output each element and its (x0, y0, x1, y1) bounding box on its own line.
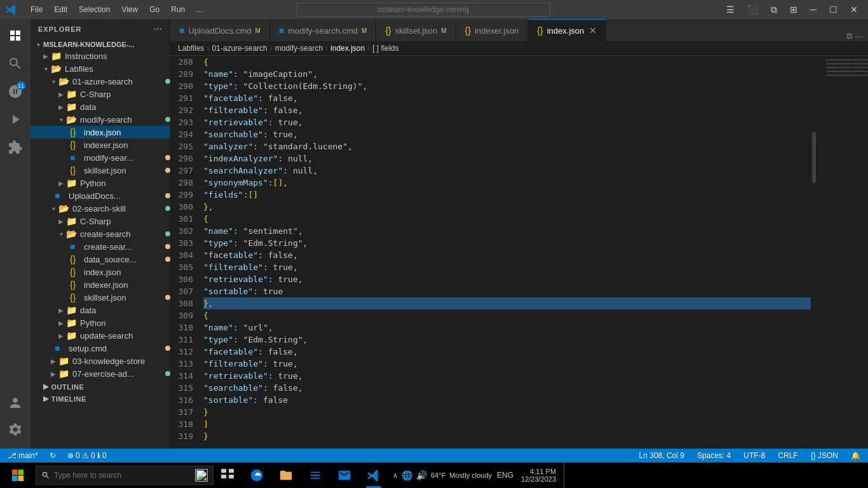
sidebar-item-skillset-json[interactable]: {} skillset.json (31, 164, 170, 177)
code-line-298[interactable]: "synonymMaps": [], (203, 177, 811, 189)
sidebar-item-indexer-json-2[interactable]: {} indexer.json (31, 278, 170, 291)
run-debug-activity-btn[interactable] (3, 107, 28, 132)
title-search-box[interactable] (296, 3, 550, 17)
outline-section[interactable]: ▶ OUTLINE (31, 380, 170, 392)
store-btn[interactable] (301, 463, 329, 488)
code-line-293[interactable]: "retrievable": true, (203, 116, 811, 128)
sidebar-item-setup-cmd[interactable]: ■ setup.cmd (31, 342, 170, 355)
explorer-activity-btn[interactable] (3, 23, 28, 48)
breadcrumb-part-4[interactable]: [ ] fields (372, 44, 398, 53)
taskbar-language[interactable]: ENG (497, 471, 513, 480)
sidebar-item-labfiles[interactable]: ▾ 📂 Labfiles (31, 62, 170, 75)
code-line-312[interactable]: "facetable": false, (203, 346, 811, 358)
new-file-icon[interactable]: ⋯ (153, 24, 163, 34)
sidebar-item-create-sear-cmd[interactable]: ■ create-sear... (31, 240, 170, 253)
sidebar-item-modify-search[interactable]: ▾ 📂 modify-search (31, 113, 170, 126)
search-activity-btn[interactable] (3, 51, 28, 76)
taskview-btn[interactable] (214, 463, 241, 488)
edge-btn[interactable] (243, 463, 271, 488)
code-line-289[interactable]: "name": "imageCaption", (203, 68, 811, 80)
status-errors[interactable]: ⊗ 0 ⚠ 0 ℹ 0 (65, 451, 109, 460)
code-line-290[interactable]: "type": "Collection(Edm.String)", (203, 80, 811, 92)
layout-toggle-btn[interactable]: ☰ (721, 2, 740, 18)
minimize-btn[interactable]: ─ (805, 2, 822, 18)
sidebar-item-root[interactable]: ▾ MSLEARN-KNOWLEDGE-... (31, 39, 170, 50)
sidebar-item-02-search-skill[interactable]: ▾ 📂 02-search-skill (31, 202, 170, 215)
breadcrumb-part-2[interactable]: modify-search (275, 44, 323, 53)
code-line-292[interactable]: "filterable": false, (203, 104, 811, 116)
tab-indexer-json[interactable]: {} indexer.json (456, 19, 529, 41)
breadcrumb-part-1[interactable]: 01-azure-search (212, 44, 267, 53)
code-line-303[interactable]: "type": "Edm.String", (203, 237, 811, 249)
breadcrumb-part-0[interactable]: Labfiles (178, 44, 204, 53)
close-btn[interactable]: ✕ (845, 2, 863, 18)
maximize-btn[interactable]: ☐ (824, 2, 843, 18)
code-line-301[interactable]: { (203, 213, 811, 225)
taskbar-search-input[interactable] (54, 471, 191, 480)
sidebar-item-data-1[interactable]: ▶ 📁 data (31, 100, 170, 113)
account-activity-btn[interactable] (3, 390, 28, 416)
sidebar-item-data-source[interactable]: {} data_source... (31, 253, 170, 266)
code-line-295[interactable]: "analyzer": "standard.lucene", (203, 140, 811, 152)
minimap[interactable]: ████████████████████████████████████████… (817, 56, 868, 449)
code-line-291[interactable]: "facetable": false, (203, 92, 811, 104)
code-line-317[interactable]: } (203, 406, 811, 418)
scrollbar-thumb[interactable] (812, 132, 816, 183)
code-editor[interactable]: { "name": "imageCaption", "type": "Colle… (198, 56, 811, 449)
menu-run[interactable]: Run (166, 4, 190, 15)
status-spaces[interactable]: Spaces: 4 (695, 451, 733, 460)
mail-btn[interactable] (330, 463, 358, 488)
code-line-300[interactable]: }, (203, 201, 811, 213)
volume-icon[interactable]: 🔊 (416, 470, 427, 480)
code-line-304[interactable]: "facetable": false, (203, 249, 811, 261)
code-line-316[interactable]: "sortable": false (203, 394, 811, 406)
vscode-taskbar-btn[interactable] (360, 463, 388, 488)
sidebar-item-index-json-2[interactable]: {} index.json (31, 266, 170, 278)
menu-view[interactable]: View (116, 4, 143, 15)
code-line-315[interactable]: "searchable": false, (203, 382, 811, 394)
code-line-308[interactable]: }, (203, 297, 811, 309)
code-line-309[interactable]: { (203, 309, 811, 322)
code-line-318[interactable]: ] (203, 418, 811, 430)
status-branch[interactable]: ⎇ main* (5, 451, 41, 460)
code-line-305[interactable]: "filterable": true, (203, 261, 811, 273)
panel-toggle-btn[interactable]: ⬛ (742, 2, 763, 18)
status-line-col[interactable]: Ln 308, Col 9 (637, 451, 687, 460)
code-line-302[interactable]: "name": "sentiment", (203, 225, 811, 237)
customize-layout-btn[interactable]: ⊞ (785, 2, 803, 18)
menu-go[interactable]: Go (144, 4, 165, 15)
tab-index-close-btn[interactable]: ✕ (589, 25, 597, 36)
vertical-scrollbar[interactable] (811, 56, 817, 449)
file-explorer-btn[interactable] (272, 463, 300, 488)
code-line-314[interactable]: "retrievable": true, (203, 370, 811, 382)
code-line-306[interactable]: "retrievable": true, (203, 273, 811, 285)
code-line-319[interactable]: } (203, 430, 811, 442)
status-sync[interactable]: ↻ (47, 451, 58, 460)
code-line-288[interactable]: { (203, 56, 811, 68)
sidebar-item-index-json[interactable]: {} index.json (31, 126, 170, 139)
sidebar-item-create-search[interactable]: ▾ 📂 create-search (31, 227, 170, 240)
status-encoding[interactable]: UTF-8 (741, 451, 768, 460)
menu-selection[interactable]: Selection (74, 4, 115, 15)
status-line-ending[interactable]: CRLF (775, 451, 800, 460)
sidebar-item-03-knowledge-store[interactable]: ▶ 📁 03-knowledge-store (31, 355, 170, 367)
tab-uploaddocs-cmd[interactable]: ■ UploadDocs.cmd M (170, 19, 270, 41)
settings-activity-btn[interactable] (3, 417, 28, 442)
sidebar-item-skillset-json-2[interactable]: {} skillset.json (31, 291, 170, 304)
sidebar-item-01-azure-search[interactable]: ▾ 📂 01-azure-search (31, 75, 170, 88)
sidebar-item-indexer-json[interactable]: {} indexer.json (31, 139, 170, 151)
code-line-307[interactable]: "sortable": true (203, 285, 811, 297)
breadcrumb-part-3[interactable]: index.json (330, 44, 365, 53)
sidebar-item-07-exercise[interactable]: ▶ 📁 07-exercise-ad... (31, 367, 170, 380)
sidebar-item-instructions[interactable]: ▶ 📁 Instructions (31, 50, 170, 62)
source-control-activity-btn[interactable]: 11 (3, 79, 28, 104)
tray-chevron-icon[interactable]: ∧ (393, 471, 398, 480)
code-line-310[interactable]: "name": "url", (203, 322, 811, 334)
menu-edit[interactable]: Edit (49, 4, 72, 15)
sidebar-item-python-1[interactable]: ▶ 📁 Python (31, 177, 170, 189)
status-language[interactable]: {} JSON (808, 451, 841, 460)
network-icon[interactable]: 🌐 (402, 470, 412, 480)
code-line-297[interactable]: "searchAnalyzer": null, (203, 165, 811, 177)
tab-modify-search-cmd[interactable]: ■ modify-search.cmd M (270, 19, 377, 41)
sidebar-item-python-2[interactable]: ▶ 📁 Python (31, 316, 170, 329)
